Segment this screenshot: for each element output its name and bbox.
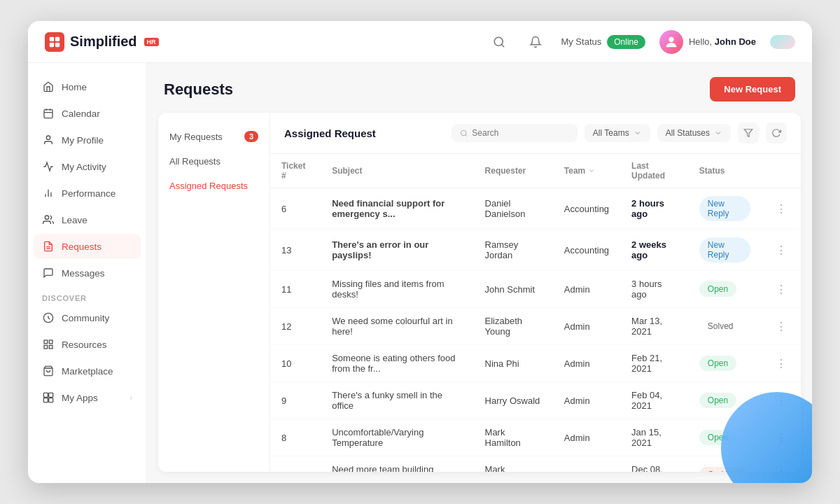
- activity-icon: [42, 160, 55, 173]
- table-controls: All Teams All Statuses: [451, 122, 787, 144]
- cell-subject: We need some colourful art in here!: [321, 308, 473, 345]
- notifications-button[interactable]: [524, 31, 547, 53]
- cell-subject: There's a funky smell in the office: [321, 382, 473, 419]
- status-pill: On Hold: [699, 467, 747, 472]
- cell-requester: Mark Hamilton: [474, 456, 553, 472]
- more-options-button[interactable]: ⋮: [773, 200, 790, 217]
- community-icon: [42, 312, 55, 324]
- user-area[interactable]: Hello, John Doe: [659, 30, 756, 54]
- sidebar-item-marketplace[interactable]: Marketplace: [34, 358, 141, 384]
- table-row: 4 Need more team building exercises/acti…: [270, 456, 801, 472]
- my-requests-badge: 3: [244, 131, 258, 142]
- status-pill: Solved: [699, 318, 742, 334]
- sidebar-label-marketplace: Marketplace: [62, 366, 113, 377]
- svg-rect-0: [50, 36, 54, 41]
- left-nav-item-my-requests[interactable]: My Requests 3: [158, 124, 270, 149]
- sidebar-item-home[interactable]: Home: [34, 74, 141, 99]
- discover-nav: Community Resources Marketplace: [28, 305, 146, 410]
- hr-badge: HR: [144, 38, 159, 46]
- sidebar-item-resources[interactable]: Resources: [34, 332, 141, 357]
- cell-ticket: 6: [270, 188, 321, 230]
- left-nav-item-assigned-requests[interactable]: Assigned Requests: [158, 174, 270, 198]
- messages-icon: [42, 267, 55, 279]
- more-options-button[interactable]: ⋮: [773, 392, 790, 409]
- svg-point-6: [668, 36, 673, 41]
- cell-status: Open: [688, 419, 762, 456]
- sidebar-item-messages[interactable]: Messages: [34, 260, 141, 286]
- more-options-button[interactable]: ⋮: [773, 429, 790, 446]
- cell-actions: ⋮: [762, 382, 801, 419]
- new-request-button[interactable]: New Request: [710, 77, 795, 102]
- svg-rect-22: [44, 345, 48, 349]
- more-options-button[interactable]: ⋮: [773, 241, 790, 258]
- more-options-button[interactable]: ⋮: [773, 281, 790, 298]
- sidebar-item-community[interactable]: Community: [34, 305, 141, 330]
- logo-name: Simplified: [70, 34, 137, 50]
- sidebar-item-my-profile[interactable]: My Profile: [34, 127, 141, 153]
- chevron-down-icon: [634, 129, 642, 137]
- cell-ticket: 12: [270, 308, 321, 345]
- sidebar-label-requests: Requests: [62, 241, 102, 252]
- sidebar-item-my-apps[interactable]: My Apps ›: [34, 385, 141, 410]
- sidebar-item-leave[interactable]: Leave: [34, 207, 141, 232]
- svg-rect-3: [55, 42, 59, 46]
- chevron-down-icon-2: [714, 129, 722, 137]
- col-team[interactable]: Team: [553, 154, 620, 188]
- cell-updated: 2 weeks ago: [620, 230, 688, 271]
- my-requests-label: My Requests: [169, 132, 223, 142]
- sidebar-label-my-apps: My Apps: [62, 393, 98, 403]
- col-ticket: Ticket #: [270, 154, 321, 188]
- svg-rect-25: [49, 393, 53, 397]
- left-nav: My Requests 3 All Requests Assigned Requ…: [158, 113, 270, 472]
- assigned-requests-label: Assigned Requests: [169, 181, 248, 191]
- cell-team: Admin: [553, 345, 620, 382]
- all-teams-filter[interactable]: All Teams: [584, 124, 650, 142]
- status-pill: Open: [699, 281, 736, 297]
- svg-rect-27: [49, 398, 53, 402]
- cell-updated: Dec 08, 2020: [620, 456, 688, 472]
- sidebar-item-my-activity[interactable]: My Activity: [34, 154, 141, 179]
- cell-updated: 3 hours ago: [620, 271, 688, 308]
- more-options-button[interactable]: ⋮: [773, 466, 790, 472]
- requests-icon: [42, 240, 55, 253]
- cell-ticket: 13: [270, 230, 321, 271]
- svg-marker-30: [744, 130, 752, 137]
- svg-rect-26: [43, 398, 48, 402]
- theme-toggle[interactable]: [770, 35, 795, 49]
- svg-point-11: [46, 136, 50, 139]
- sidebar-label-home: Home: [62, 82, 87, 92]
- search-box[interactable]: [451, 124, 578, 142]
- avatar: [659, 30, 683, 54]
- sidebar-item-requests[interactable]: Requests: [34, 234, 141, 259]
- app-container: Simplified HR My Status Online Hello, Jo…: [28, 21, 812, 483]
- table-row: 6 Need financial support for emergency s…: [270, 188, 801, 230]
- discover-label: DISCOVER: [28, 286, 146, 305]
- status-pill: New Reply: [699, 196, 750, 221]
- all-statuses-filter[interactable]: All Statuses: [657, 124, 731, 142]
- sidebar-item-performance[interactable]: Performance: [34, 181, 141, 206]
- more-options-button[interactable]: ⋮: [773, 318, 790, 335]
- table-row: 9 There's a funky smell in the office Ha…: [270, 382, 801, 419]
- left-nav-item-all-requests[interactable]: All Requests: [158, 149, 270, 174]
- search-button[interactable]: [488, 31, 510, 53]
- cell-team: Accounting: [553, 230, 620, 271]
- cell-updated: 2 hours ago: [620, 188, 688, 230]
- my-status-label: My Status: [561, 36, 601, 47]
- refresh-button[interactable]: [766, 122, 787, 144]
- top-right-controls: My Status Online Hello, John Doe: [488, 30, 795, 54]
- table-row: 11 Missing files and items from desks! J…: [270, 271, 801, 308]
- search-icon: [460, 129, 468, 138]
- cell-subject: Need more team building exercises/activi…: [321, 456, 473, 472]
- svg-rect-24: [43, 393, 48, 397]
- cell-actions: ⋮: [762, 456, 801, 472]
- more-options-button[interactable]: ⋮: [773, 355, 790, 372]
- sidebar-label-community: Community: [62, 313, 109, 323]
- cell-actions: ⋮: [762, 419, 801, 456]
- filter-button[interactable]: [738, 122, 759, 144]
- sidebar-label-messages: Messages: [62, 268, 105, 279]
- sidebar-item-calendar[interactable]: Calendar: [34, 101, 141, 126]
- col-status: Status: [688, 154, 762, 188]
- search-input[interactable]: [472, 128, 568, 138]
- top-bar: Simplified HR My Status Online Hello, Jo…: [28, 21, 812, 63]
- svg-point-28: [461, 130, 466, 136]
